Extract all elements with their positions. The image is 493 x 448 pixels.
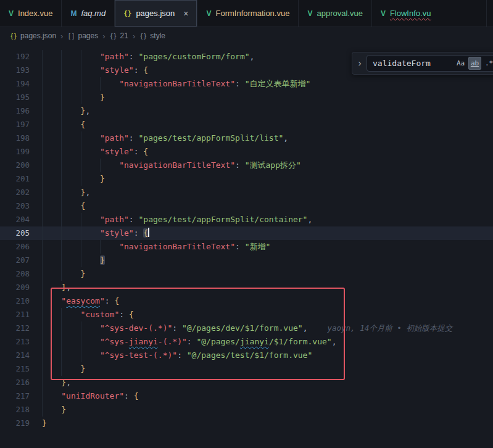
code-line[interactable]: 216},	[0, 376, 493, 389]
code-line[interactable]: 215}	[0, 362, 493, 376]
breadcrumb-item-style[interactable]: {}style	[139, 31, 165, 40]
code-line[interactable]: 208}	[0, 267, 493, 281]
line-content: }	[30, 267, 85, 281]
code-line[interactable]: 206"navigationBarTitleText": "新增"	[0, 240, 493, 254]
code-line[interactable]: 211"custom": {	[0, 308, 493, 321]
code-line[interactable]: 212"^sys-dev-(.*)": "@/pages/dev/$1/form…	[0, 321, 493, 335]
find-input[interactable]: validateForm Aa ab .*	[367, 55, 493, 72]
code-token: {	[143, 228, 148, 238]
code-token: "style"	[100, 65, 134, 75]
code-token: "uniIdRouter"	[61, 391, 124, 400]
tab-index-vue[interactable]: VIndex.vue	[0, 0, 62, 27]
line-content: "path": "pages/test/appFormSplit/list",	[30, 131, 288, 145]
tab-approval-vue[interactable]: Vapproval.vue	[299, 0, 371, 27]
line-number: 200	[0, 159, 30, 172]
code-line[interactable]: 196},	[0, 104, 493, 118]
breadcrumb-item-pages[interactable]: []pages	[67, 31, 98, 40]
code-token: ,	[307, 215, 312, 224]
code-token: easycom	[66, 296, 100, 305]
indent-guide	[81, 226, 100, 240]
line-number: 192	[0, 50, 30, 64]
md-icon: M	[70, 9, 77, 18]
code-token: {	[143, 65, 148, 75]
code-line[interactable]: 207}	[0, 254, 493, 267]
tab-faq-md[interactable]: Mfaq.md	[62, 0, 115, 27]
line-number: 199	[0, 145, 30, 159]
editor[interactable]: 192"path": "pages/customForm/form",193"s…	[0, 45, 493, 448]
code-line[interactable]: 203{	[0, 199, 493, 213]
code-line[interactable]: 214"^sys-test-(.*)": "@/pages/test/$1/fo…	[0, 349, 493, 362]
code-line[interactable]: 213"^sys-jianyi-(.*)": "@/pages/jianyi/$…	[0, 335, 493, 349]
indent-guide	[61, 213, 80, 226]
tab-forminformation-vue[interactable]: VFormInformation.vue	[197, 0, 299, 27]
indent-guide	[42, 389, 61, 403]
indent-guide	[42, 254, 61, 267]
code-token: "^sys-dev-(.*)"	[100, 323, 172, 333]
code-line[interactable]: 219}	[0, 417, 493, 430]
indent-guide	[42, 131, 61, 145]
close-icon[interactable]: ×	[183, 9, 188, 19]
code-token: "navigationBarTitleText"	[119, 79, 235, 88]
indent-guide	[42, 91, 61, 104]
code-line[interactable]: 210"easycom": {	[0, 294, 493, 308]
line-content: }	[30, 91, 105, 104]
breadcrumb-item-pages-json[interactable]: {}pages.json	[10, 31, 56, 40]
indent-guide	[42, 172, 61, 186]
indent-guide	[81, 64, 100, 77]
match-case-toggle[interactable]: Aa	[454, 57, 467, 70]
code-token: {	[129, 310, 134, 319]
code-token: "custom"	[81, 310, 120, 319]
code-line[interactable]: 197{	[0, 118, 493, 131]
vue-icon: V	[206, 9, 211, 18]
code-token: :	[134, 65, 144, 75]
indent-guide	[42, 213, 61, 226]
line-number: 212	[0, 321, 30, 335]
line-content: },	[30, 104, 90, 118]
line-number: 206	[0, 240, 30, 254]
code-line[interactable]: 200"navigationBarTitleText": "测试app拆分"	[0, 159, 493, 172]
line-content: ],	[30, 281, 71, 294]
breadcrumb-item-21[interactable]: {}21	[110, 31, 128, 40]
code-line[interactable]: 201}	[0, 172, 493, 186]
code-line[interactable]: 218}	[0, 403, 493, 417]
code-token: "style"	[100, 228, 134, 238]
line-content: }	[30, 403, 66, 417]
tab-flowinfo-vu[interactable]: VFlowInfo.vu	[372, 0, 487, 27]
code-token: ,	[66, 378, 71, 387]
breadcrumb-separator: ›	[60, 31, 63, 41]
code-line[interactable]: 204"path": "pages/test/appFormSplit/cont…	[0, 213, 493, 226]
code-line[interactable]: 217"uniIdRouter": {	[0, 389, 493, 403]
indent-guide	[81, 321, 100, 335]
indent-guide	[61, 240, 80, 254]
tab-label: faq.md	[81, 9, 106, 18]
regex-toggle[interactable]: .*	[483, 57, 493, 70]
code-line[interactable]: 205"style": {	[0, 226, 493, 240]
code-line[interactable]: 198"path": "pages/test/appFormSplit/list…	[0, 131, 493, 145]
code-line[interactable]: 199"style": {	[0, 145, 493, 159]
code-token: "navigationBarTitleText"	[119, 242, 235, 251]
code-token: "新增"	[245, 242, 271, 251]
line-number: 219	[0, 417, 30, 430]
vue-icon: V	[9, 9, 14, 18]
code-line[interactable]: 202},	[0, 186, 493, 199]
toggle-replace-chevron-icon[interactable]: ›	[356, 58, 363, 69]
indent-guide	[42, 77, 61, 91]
indent-guide	[81, 349, 100, 362]
code-token: ,	[85, 106, 90, 115]
indent-guide	[42, 199, 61, 213]
code-line[interactable]: 195}	[0, 91, 493, 104]
code-token: "path"	[100, 215, 129, 224]
indent-guide	[42, 321, 61, 335]
whole-word-toggle[interactable]: ab	[468, 57, 481, 70]
code-token: :	[105, 296, 115, 305]
find-widget: › validateForm Aa ab .*	[352, 52, 493, 75]
line-number: 198	[0, 131, 30, 145]
find-query-text[interactable]: validateForm	[373, 59, 453, 68]
code-token: ,	[85, 188, 90, 197]
code-token: "style"	[100, 147, 134, 156]
code-area[interactable]: 192"path": "pages/customForm/form",193"s…	[0, 50, 493, 430]
git-blame-annotation: yaoyn, 14个月前 • 初始版本提交	[307, 323, 452, 333]
code-line[interactable]: 194"navigationBarTitleText": "自定义表单新增"	[0, 77, 493, 91]
tab-pages-json[interactable]: {}pages.json×	[115, 0, 197, 27]
code-line[interactable]: 209],	[0, 281, 493, 294]
